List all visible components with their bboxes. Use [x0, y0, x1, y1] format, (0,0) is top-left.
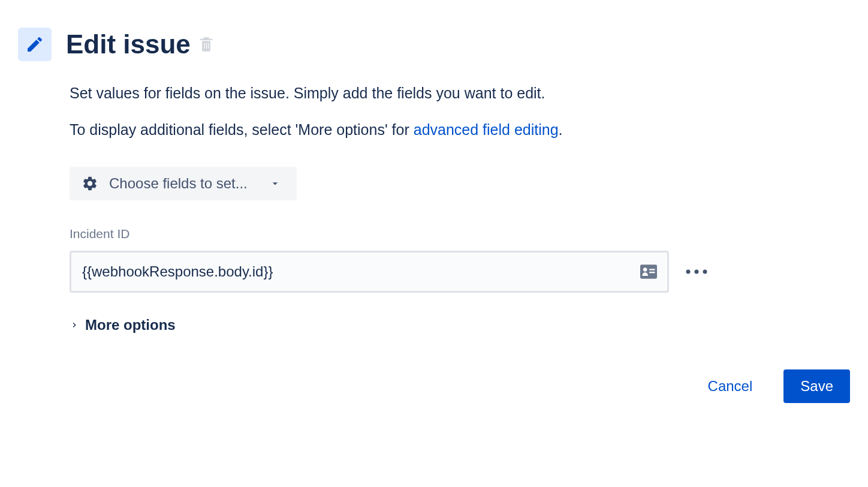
svg-rect-3 [649, 272, 655, 273]
chevron-down-icon [269, 178, 281, 190]
choose-fields-label: Choose fields to set... [109, 175, 248, 192]
svg-point-4 [686, 270, 691, 274]
advanced-field-editing-link[interactable]: advanced field editing [414, 121, 559, 138]
page-title: Edit issue [66, 31, 191, 58]
contact-card-icon [640, 264, 657, 279]
incident-id-input[interactable] [70, 251, 669, 293]
description-line-2: To display additional fields, select 'Mo… [70, 119, 850, 140]
description-suffix: . [559, 121, 563, 138]
svg-point-1 [643, 267, 647, 272]
description-line-1: Set values for fields on the issue. Simp… [70, 83, 850, 104]
description-prefix: To display additional fields, select 'Mo… [70, 121, 414, 138]
pencil-icon [25, 35, 44, 54]
more-options-toggle[interactable]: More options [70, 317, 850, 333]
save-button[interactable]: Save [783, 369, 850, 403]
chevron-right-icon [70, 320, 79, 330]
choose-fields-button[interactable]: Choose fields to set... [70, 167, 297, 200]
svg-rect-2 [649, 269, 655, 270]
field-label: Incident ID [70, 227, 850, 241]
edit-issue-badge [18, 28, 52, 61]
cancel-button[interactable]: Cancel [691, 369, 770, 403]
svg-point-6 [703, 270, 707, 274]
gear-icon [82, 175, 98, 192]
svg-point-5 [695, 270, 699, 274]
more-options-label: More options [85, 317, 176, 333]
more-actions-icon[interactable] [685, 269, 709, 275]
trash-icon[interactable] [198, 36, 215, 53]
page-header: Edit issue [18, 28, 850, 61]
